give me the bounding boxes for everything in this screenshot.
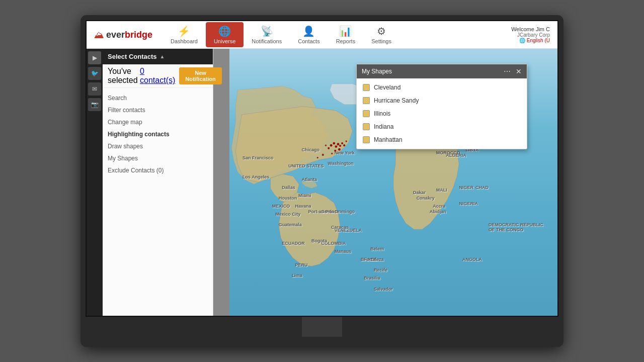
shape-label-manhattan: Manhattan	[374, 136, 403, 143]
shape-item-illinois[interactable]: Illinois	[357, 107, 527, 120]
shapes-popup-close-button[interactable]: ✕	[516, 67, 522, 75]
svg-point-5	[341, 142, 343, 144]
shape-label-cleveland: Cleveland	[374, 84, 400, 91]
side-panel-title: Select Contacts	[108, 53, 157, 60]
menu-item-draw_shapes[interactable]: Draw shapes	[108, 140, 208, 152]
svg-point-1	[333, 142, 335, 145]
shapes-popup-header: My Shapes ⋯ ✕	[357, 64, 527, 78]
svg-point-12	[322, 154, 324, 156]
user-area: Welcome Jim C JCarbary Corp 🌐 English (U	[511, 26, 550, 43]
top-navbar: ⛰ everbridge ⚡Dashboard🌐Universe📡Notific…	[87, 21, 557, 49]
svg-point-10	[325, 145, 327, 146]
nav-item-reports[interactable]: 📊Reports	[328, 22, 364, 47]
logo-text: everbridge	[106, 30, 152, 40]
side-panel: Select Contacts ▲ You've selected 0 cont…	[103, 49, 213, 316]
reports-label: Reports	[336, 38, 356, 44]
menu-item-highlighting[interactable]: Highlighting contacts	[108, 128, 208, 140]
chevron-down-icon: ▲	[160, 54, 165, 59]
universe-label: Universe	[214, 38, 235, 44]
nav-item-notifications[interactable]: 📡Notifications	[244, 22, 290, 47]
nav-items: ⚡Dashboard🌐Universe📡Notifications👤Contac…	[163, 22, 511, 47]
shape-label-illinois: Illinois	[374, 110, 390, 117]
notifications-label: Notifications	[252, 38, 282, 44]
shapes-popup-title: My Shapes	[362, 68, 392, 75]
shape-icon-manhattan	[363, 136, 370, 143]
shape-item-manhattan[interactable]: Manhattan	[357, 133, 527, 146]
logo: ⛰ everbridge	[94, 29, 152, 41]
menu-item-exclude[interactable]: Exclude Contacts (0)	[108, 164, 208, 176]
settings-icon: ⚙	[377, 25, 386, 37]
contacts-label: Contacts	[298, 38, 319, 44]
play-button[interactable]: ▶	[88, 51, 101, 64]
reports-icon: 📊	[339, 25, 352, 37]
side-panel-menu: SearchFilter contactsChange mapHighlight…	[103, 88, 213, 180]
settings-label: Settings	[371, 38, 391, 44]
shape-label-hurricane_sandy: Hurricane Sandy	[374, 97, 419, 104]
stand-neck	[302, 317, 342, 337]
svg-point-3	[337, 143, 340, 145]
svg-point-14	[346, 140, 347, 142]
shape-icon-illinois	[363, 110, 370, 117]
shape-icon-cleveland	[363, 84, 370, 91]
notifications-icon: 📡	[261, 25, 273, 37]
twitter-icon[interactable]: 🐦	[88, 67, 101, 80]
email-icon[interactable]: ✉	[88, 82, 101, 96]
selected-count-link[interactable]: 0 contact(s)	[140, 67, 175, 85]
svg-point-4	[339, 145, 341, 147]
left-icon-bar: ▶ 🐦 ✉ 📷	[87, 49, 103, 316]
nav-item-contacts[interactable]: 👤Contacts	[290, 22, 328, 47]
shape-item-indiana[interactable]: Indiana	[357, 120, 527, 133]
map-area: UNITED STATES MEXICO COLOMBIA VENEZUELA …	[229, 49, 557, 316]
universe-icon: 🌐	[218, 25, 231, 37]
language-selector[interactable]: 🌐 English (U	[519, 38, 550, 43]
shape-icon-indiana	[363, 123, 370, 130]
logo-highlight: bridge	[125, 30, 152, 40]
nav-item-dashboard[interactable]: ⚡Dashboard	[163, 22, 206, 47]
svg-point-11	[331, 153, 333, 154]
nav-item-universe[interactable]: 🌐Universe	[206, 22, 244, 47]
menu-item-change_map[interactable]: Change map	[108, 116, 208, 128]
shape-item-cleveland[interactable]: Cleveland	[357, 81, 527, 94]
shape-label-indiana: Indiana	[374, 123, 393, 130]
contacts-icon: 👤	[302, 25, 315, 37]
camera-icon[interactable]: 📷	[88, 98, 101, 111]
svg-point-7	[338, 148, 341, 151]
my-shapes-popup: My Shapes ⋯ ✕ ClevelandHurricane SandyIl…	[356, 64, 527, 149]
svg-point-8	[334, 150, 336, 152]
shapes-popup-body: ClevelandHurricane SandyIllinoisIndianaM…	[357, 78, 527, 149]
shapes-popup-drag-icon[interactable]: ⋯	[504, 67, 512, 75]
dashboard-label: Dashboard	[171, 38, 198, 44]
side-panel-header: Select Contacts ▲	[103, 49, 213, 64]
svg-point-6	[343, 144, 345, 146]
svg-point-13	[317, 157, 318, 158]
welcome-text: Welcome Jim C	[511, 26, 550, 32]
logo-icon: ⛰	[94, 29, 104, 41]
new-notification-button[interactable]: New Notification	[179, 67, 222, 84]
menu-item-search[interactable]: Search	[108, 92, 208, 104]
svg-point-2	[335, 145, 337, 148]
company-text: JCarbary Corp	[517, 32, 550, 38]
svg-point-0	[330, 144, 333, 147]
dashboard-icon: ⚡	[178, 25, 190, 37]
svg-point-9	[328, 147, 330, 149]
menu-item-my_shapes[interactable]: My Shapes	[108, 152, 208, 164]
main-content: ▶ 🐦 ✉ 📷 Select Contacts ▲ You've selecte…	[87, 49, 557, 316]
menu-item-filter[interactable]: Filter contacts	[108, 104, 208, 116]
selected-text: You've selected	[108, 67, 138, 85]
nav-item-settings[interactable]: ⚙Settings	[363, 22, 399, 47]
shape-icon-hurricane_sandy	[363, 97, 370, 104]
notification-row: You've selected 0 contact(s) New Notific…	[103, 64, 213, 88]
monitor-stand	[86, 317, 558, 337]
shape-item-hurricane_sandy[interactable]: Hurricane Sandy	[357, 94, 527, 107]
